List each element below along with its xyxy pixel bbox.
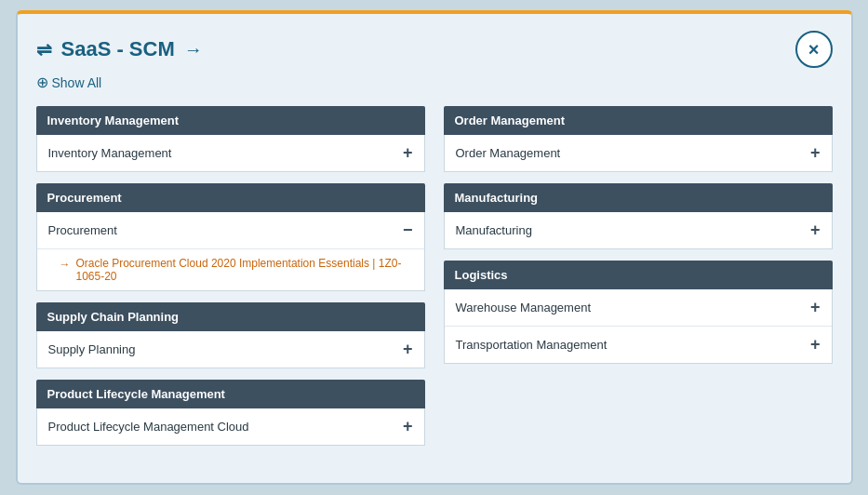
item-label: Order Management (456, 146, 561, 160)
list-item[interactable]: Supply Planning + (37, 331, 424, 368)
expand-icon: + (403, 417, 413, 436)
list-item[interactable]: Product Lifecycle Management Cloud + (37, 408, 424, 445)
sub-item-link[interactable]: → Oracle Procurement Cloud 2020 Implemen… (60, 257, 413, 283)
item-label: Transportation Management (456, 338, 608, 352)
section-inventory-management: Inventory Management Inventory Managemen… (36, 106, 425, 172)
expand-icon: + (810, 335, 821, 355)
section-logistics: Logistics Warehouse Management + Transpo… (444, 261, 833, 364)
right-column: Order Management Order Management + Manu… (444, 106, 833, 457)
section-header-order: Order Management (444, 106, 833, 135)
item-label: Inventory Management (48, 146, 172, 160)
item-label: Warehouse Management (456, 301, 592, 314)
circle-plus-icon: ⊕ (36, 74, 48, 91)
item-label: Supply Planning (48, 342, 136, 356)
section-order-management: Order Management Order Management + (444, 106, 833, 172)
expand-icon: + (403, 143, 413, 163)
sub-item-label: Oracle Procurement Cloud 2020 Implementa… (76, 257, 413, 283)
item-label: Manufacturing (456, 223, 532, 237)
modal-title: SaaS - SCM (61, 37, 175, 61)
section-items-supply-chain: Supply Planning + (36, 331, 425, 368)
content-columns: Inventory Management Inventory Managemen… (36, 106, 833, 457)
section-supply-chain-planning: Supply Chain Planning Supply Planning + (36, 302, 425, 368)
section-header-manufacturing: Manufacturing (444, 183, 833, 212)
section-product-lifecycle: Product Lifecycle Management Product Lif… (36, 380, 425, 446)
modal-header: ⇌ SaaS - SCM → × (36, 31, 833, 68)
section-header-plm: Product Lifecycle Management (36, 380, 425, 408)
list-item[interactable]: Manufacturing + (445, 212, 832, 248)
expand-icon: + (810, 298, 821, 317)
section-header-supply-chain: Supply Chain Planning (36, 302, 425, 331)
section-manufacturing: Manufacturing Manufacturing + (444, 183, 833, 249)
section-items-procurement: Procurement − → Oracle Procurement Cloud… (36, 212, 425, 291)
section-header-inventory: Inventory Management (36, 106, 425, 135)
item-label: Product Lifecycle Management Cloud (48, 420, 249, 434)
swap-icon: ⇌ (36, 38, 52, 60)
list-item[interactable]: Order Management + (445, 135, 832, 171)
item-label: Procurement (48, 223, 117, 237)
modal-container: ⇌ SaaS - SCM → × ⊕ Show All Inventory Ma… (16, 10, 853, 485)
expand-icon: + (810, 143, 821, 163)
close-button[interactable]: × (795, 31, 833, 68)
sub-arrow-icon: → (60, 258, 71, 271)
title-area: ⇌ SaaS - SCM → (36, 37, 203, 61)
expand-icon: + (403, 340, 413, 359)
collapse-icon: − (403, 221, 413, 240)
section-items-manufacturing: Manufacturing + (444, 212, 833, 249)
section-procurement: Procurement Procurement − → Oracle Procu… (36, 183, 425, 291)
arrow-right-icon: → (184, 39, 203, 60)
section-items-inventory: Inventory Management + (36, 135, 425, 172)
list-item[interactable]: Warehouse Management + (445, 289, 832, 327)
list-item[interactable]: Inventory Management + (37, 135, 424, 171)
show-all-label: Show All (52, 75, 102, 90)
section-items-order: Order Management + (444, 135, 833, 172)
section-items-plm: Product Lifecycle Management Cloud + (36, 408, 425, 446)
left-column: Inventory Management Inventory Managemen… (36, 106, 425, 457)
section-header-procurement: Procurement (36, 183, 425, 212)
show-all-link[interactable]: ⊕ Show All (36, 74, 833, 91)
list-item[interactable]: Procurement − (37, 212, 424, 249)
list-item[interactable]: Transportation Management + (445, 327, 832, 363)
expand-icon: + (810, 221, 821, 240)
section-header-logistics: Logistics (444, 261, 833, 289)
sub-item[interactable]: → Oracle Procurement Cloud 2020 Implemen… (37, 249, 424, 290)
section-items-logistics: Warehouse Management + Transportation Ma… (444, 289, 833, 364)
